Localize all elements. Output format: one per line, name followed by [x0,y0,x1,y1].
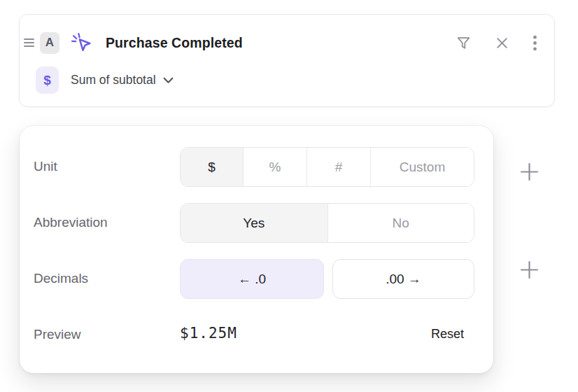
add-button-top[interactable] [518,160,540,183]
plus-icon [520,162,539,181]
event-cursor-icon [71,31,94,55]
preview-value: $1.25M [180,325,237,342]
unit-option-number[interactable]: # [306,148,370,186]
kebab-menu-icon[interactable] [533,35,537,51]
abbreviation-option-yes[interactable]: Yes [181,204,327,242]
event-card: A Purchase Completed [19,14,555,107]
abbreviation-segmented-control: Yes No [180,203,474,243]
unit-segmented-control: $ % # Custom [180,147,474,187]
close-icon[interactable] [495,36,509,50]
unit-control: $ % # Custom [180,147,474,187]
abbreviation-option-no[interactable]: No [327,204,474,242]
event-letter-badge: A [40,32,59,54]
filter-icon[interactable] [456,35,472,51]
metric-label: Sum of subtotal [71,73,156,88]
drag-handle-icon[interactable] [24,36,34,50]
unit-option-percent[interactable]: % [243,148,306,186]
event-card-actions [456,35,537,51]
abbreviation-label: Abbreviation [34,214,108,231]
decimals-label: Decimals [34,270,88,287]
preview-label: Preview [34,326,81,343]
plus-icon [520,260,539,279]
chevron-down-icon [163,77,174,84]
decimals-decrease-button[interactable]: ← .0 [180,259,324,299]
unit-option-dollar[interactable]: $ [181,148,243,186]
abbreviation-control: Yes No [180,203,474,243]
add-button-bottom[interactable] [518,258,540,281]
unit-option-custom[interactable]: Custom [370,148,474,186]
reset-button[interactable]: Reset [431,327,464,342]
event-title: Purchase Completed [106,35,243,51]
decimals-increase-button[interactable]: .00 → [332,259,474,299]
metric-dollar-badge: $ [36,66,59,94]
format-popup-panel: Unit $ % # Custom Abbreviation Yes No De… [20,126,493,373]
unit-label: Unit [34,158,57,175]
event-metric-row: $ Sum of subtotal [20,66,554,94]
event-card-header: A Purchase Completed [20,29,554,57]
metric-dropdown[interactable]: Sum of subtotal [71,73,174,88]
